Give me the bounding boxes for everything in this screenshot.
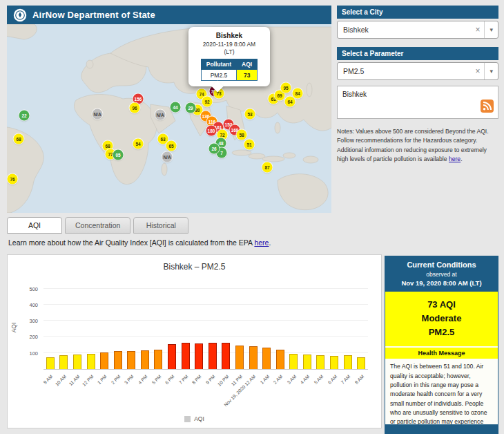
aqi-marker[interactable]: N/A xyxy=(155,110,166,120)
select-parameter-header: Select a Parameter xyxy=(337,47,498,60)
aqi-marker[interactable]: 180 xyxy=(206,126,217,136)
chart-yaxis: 100200300400500 xyxy=(20,281,42,370)
chart-bar[interactable] xyxy=(344,355,352,369)
chart-bar[interactable] xyxy=(262,348,271,369)
parameter-select[interactable]: PM2.5 × ▾ xyxy=(337,62,498,80)
x-axis-label: 3 PM xyxy=(124,374,135,385)
clear-city-icon[interactable]: × xyxy=(471,25,484,35)
aqi-marker[interactable]: 95 xyxy=(281,83,291,93)
popup-datetime: 2020-11-19 8:00 AM xyxy=(203,41,255,48)
chart-bar[interactable] xyxy=(100,352,108,369)
chart-bar[interactable] xyxy=(330,356,338,369)
aqi-marker[interactable]: 65 xyxy=(166,141,177,151)
x-axis-label: 1 PM xyxy=(97,374,108,385)
x-axis-label: 8 PM xyxy=(191,374,202,385)
tab-historical[interactable]: Historical xyxy=(133,217,188,234)
chart-bar[interactable] xyxy=(222,343,230,369)
x-axis-label: 8 AM xyxy=(353,374,365,385)
clear-parameter-icon[interactable]: × xyxy=(471,66,484,76)
chart-bar[interactable] xyxy=(316,355,324,369)
chart-legend[interactable]: AQI xyxy=(8,415,381,422)
x-axis-label: 2 AM xyxy=(273,374,284,385)
parameter-select-value: PM2.5 xyxy=(343,67,364,75)
chart-bar[interactable] xyxy=(249,346,258,369)
conditions-aqi-value: 73 AQI xyxy=(388,298,495,312)
popup-pollutant-value: PM2.5 xyxy=(201,70,236,81)
aqi-marker[interactable]: N/A xyxy=(93,109,103,120)
tab-concentration[interactable]: Concentration xyxy=(65,217,130,234)
current-conditions-panel: Current Conditions observed at Nov 19, 2… xyxy=(385,256,498,434)
notes-prefix: Notes: Values above 500 are considered B… xyxy=(337,128,489,162)
map-popup: Bishkek 2020-11-19 8:00 AM (LT) Pollutan… xyxy=(188,27,270,86)
aqi-marker[interactable]: 22 xyxy=(19,111,30,121)
aqi-marker[interactable]: 44 xyxy=(171,102,181,113)
notes-text: Notes: Values above 500 are considered B… xyxy=(337,127,498,164)
chart-bar[interactable] xyxy=(276,350,284,369)
select-city-header: Select a City xyxy=(337,6,498,19)
popup-col-aqi: AQI xyxy=(237,59,258,70)
x-axis-label: 12 PM xyxy=(81,374,95,387)
city-select[interactable]: Bishkek × ▾ xyxy=(337,21,498,39)
legend-label: AQI xyxy=(194,415,204,422)
city-select-value: Bishkek xyxy=(343,26,369,34)
popup-col-pollutant: Pollutant xyxy=(201,59,236,70)
x-axis-label: 7 AM xyxy=(340,374,351,385)
notes-here-link[interactable]: here xyxy=(449,155,461,162)
aqi-marker[interactable]: 92 xyxy=(202,97,213,107)
health-message-text: The AQI is between 51 and 100. Air quali… xyxy=(385,359,498,434)
chart-title: Bishkek – PM2.5 xyxy=(8,262,381,272)
aqi-chart-panel: Bishkek – PM2.5 AQI 100200300400500 9 AM… xyxy=(7,254,382,428)
chart-bar[interactable] xyxy=(182,343,190,369)
aqi-marker[interactable]: 58 xyxy=(237,130,247,140)
aqi-marker[interactable]: 29 xyxy=(186,103,196,113)
x-axis-label: 5 AM xyxy=(313,374,324,385)
rss-city-label: Bishkek xyxy=(342,91,367,98)
aqi-marker[interactable]: 87 xyxy=(262,162,273,173)
aqi-marker[interactable]: 05 xyxy=(113,150,124,160)
gridline xyxy=(43,304,368,305)
gridline xyxy=(43,336,368,337)
chart-bar[interactable] xyxy=(289,354,298,369)
x-axis-label: 4 PM xyxy=(137,374,148,385)
chart-bar[interactable] xyxy=(46,357,55,369)
chart-bar[interactable] xyxy=(127,351,135,369)
aqi-marker[interactable]: N/A xyxy=(162,152,173,162)
chart-bar[interactable] xyxy=(154,350,162,369)
world-aqi-map[interactable]: 226876N/AN/AN/A6877055463654415696749275… xyxy=(7,24,331,213)
popup-aqi-value: 73 xyxy=(237,70,258,81)
chart-xlabels: 9 AM10 AM11 AM12 PM1 PM2 PM3 PM4 PM5 PM6… xyxy=(43,371,368,411)
learn-more-prefix: Learn more about how the Air Quality Ind… xyxy=(8,238,254,247)
aqi-marker[interactable]: 68 xyxy=(14,134,24,144)
conditions-pollutant: PM2.5 xyxy=(388,326,495,339)
aqi-marker[interactable]: 26 xyxy=(209,144,220,154)
x-axis-label: 9 PM xyxy=(205,374,216,385)
aqi-marker[interactable]: 96 xyxy=(130,103,140,113)
rss-icon[interactable] xyxy=(481,100,494,114)
chart-bar[interactable] xyxy=(168,344,176,369)
x-axis-label: 11 AM xyxy=(68,374,81,386)
chart-bar[interactable] xyxy=(303,355,311,369)
chart-bar[interactable] xyxy=(209,343,217,369)
learn-more-suffix: . xyxy=(269,238,271,247)
chart-bar[interactable] xyxy=(73,355,81,369)
aqi-marker[interactable]: 54 xyxy=(133,139,144,149)
epa-link[interactable]: here xyxy=(254,238,269,247)
chart-bar[interactable] xyxy=(235,346,244,369)
chart-bar[interactable] xyxy=(195,343,203,369)
x-axis-label: 5 PM xyxy=(151,374,162,385)
aqi-marker[interactable]: 53 xyxy=(245,109,255,120)
city-dropdown-caret-icon[interactable]: ▾ xyxy=(484,21,498,38)
tab-aqi[interactable]: AQI xyxy=(7,217,62,234)
chart-bar[interactable] xyxy=(59,355,68,369)
chart-bar[interactable] xyxy=(87,354,95,369)
parameter-dropdown-caret-icon[interactable]: ▾ xyxy=(484,63,498,79)
chart-bar[interactable] xyxy=(141,350,149,369)
chart-bar[interactable] xyxy=(357,357,365,369)
learn-more-text: Learn more about how the Air Quality Ind… xyxy=(8,238,271,247)
y-axis-tick-label: 200 xyxy=(29,334,38,340)
aqi-marker[interactable]: 84 xyxy=(293,88,303,99)
chart-bar[interactable] xyxy=(114,351,122,369)
aqi-marker[interactable]: 76 xyxy=(8,174,18,185)
aqi-marker[interactable]: 51 xyxy=(244,140,255,150)
aqi-marker[interactable]: 64 xyxy=(285,97,295,107)
